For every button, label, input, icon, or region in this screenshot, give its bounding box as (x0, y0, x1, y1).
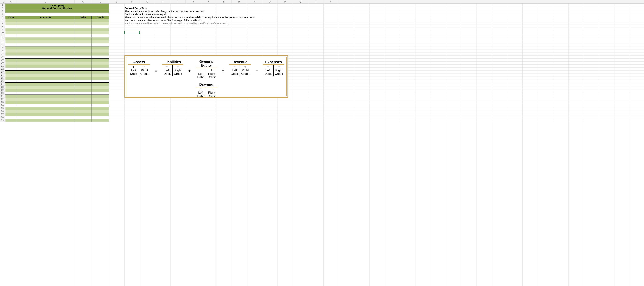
journal-cell[interactable] (17, 22, 74, 25)
journal-cell[interactable] (17, 92, 74, 94)
journal-cell[interactable] (74, 58, 92, 62)
journal-cell[interactable] (17, 98, 74, 101)
journal-row[interactable] (5, 104, 109, 107)
column-header[interactable]: A (5, 0, 17, 4)
journal-cell[interactable] (92, 119, 109, 122)
journal-row[interactable] (5, 68, 109, 71)
journal-cell[interactable] (74, 62, 92, 64)
journal-cell[interactable] (92, 98, 109, 101)
journal-cell[interactable] (92, 34, 109, 37)
journal-cell[interactable] (17, 50, 74, 52)
journal-cell[interactable] (5, 22, 17, 25)
journal-row[interactable] (5, 50, 109, 52)
column-header[interactable]: B (17, 0, 74, 4)
row-header[interactable]: 19 (0, 58, 5, 62)
row-header[interactable]: 37 (0, 113, 5, 116)
journal-cell[interactable] (92, 62, 109, 64)
row-header[interactable]: 15 (0, 46, 5, 49)
journal-cell[interactable] (5, 58, 17, 62)
journal-cell[interactable] (5, 64, 17, 68)
journal-cell[interactable] (5, 92, 17, 94)
journal-cell[interactable] (74, 44, 92, 46)
journal-cell[interactable] (17, 119, 74, 122)
journal-cell[interactable] (5, 113, 17, 116)
journal-cell[interactable] (17, 113, 74, 116)
journal-cell[interactable] (74, 107, 92, 110)
journal-cell[interactable] (5, 83, 17, 86)
journal-cell[interactable] (92, 46, 109, 50)
row-header[interactable]: 25 (0, 76, 5, 80)
journal-row[interactable] (5, 80, 109, 83)
journal-row[interactable] (5, 83, 109, 86)
journal-cell[interactable] (74, 28, 92, 31)
journal-row[interactable] (5, 86, 109, 89)
column-header[interactable]: M (232, 0, 247, 4)
row-header[interactable]: 31 (0, 95, 5, 98)
journal-cell[interactable] (5, 98, 17, 101)
journal-cell[interactable] (17, 80, 74, 82)
column-header[interactable]: P (278, 0, 293, 4)
journal-cell[interactable] (5, 74, 17, 77)
journal-cell[interactable] (17, 31, 74, 34)
row-header[interactable]: 36 (0, 110, 5, 113)
journal-cell[interactable] (74, 83, 92, 86)
journal-cell[interactable] (17, 104, 74, 106)
row-header[interactable]: 30 (0, 92, 5, 95)
journal-row[interactable] (5, 19, 109, 22)
journal-cell[interactable] (92, 86, 109, 89)
journal-cell[interactable] (17, 40, 74, 44)
row-header[interactable]: 11 (0, 34, 5, 37)
row-header[interactable]: 4 (0, 13, 5, 16)
row-header[interactable]: 5 (0, 16, 5, 19)
journal-cell[interactable] (17, 110, 74, 113)
journal-cell[interactable] (74, 37, 92, 40)
journal-cell[interactable] (17, 74, 74, 77)
journal-row[interactable] (5, 119, 109, 122)
journal-cell[interactable] (74, 86, 92, 89)
journal-cell[interactable] (92, 89, 109, 92)
journal-cell[interactable] (92, 40, 109, 44)
journal-cell[interactable] (92, 56, 109, 58)
column-header[interactable]: L (216, 0, 232, 4)
journal-cell[interactable] (92, 50, 109, 52)
cells-area[interactable]: A Company General Journal Entries Date A… (5, 4, 644, 286)
journal-row[interactable] (5, 22, 109, 25)
column-header[interactable]: G (140, 0, 155, 4)
journal-cell[interactable] (5, 56, 17, 58)
journal-cell[interactable] (74, 34, 92, 37)
journal-cell[interactable] (92, 80, 109, 82)
row-header[interactable]: 12 (0, 37, 5, 40)
row-header[interactable]: 38 (0, 116, 5, 119)
journal-cell[interactable] (92, 110, 109, 113)
row-header[interactable]: 24 (0, 74, 5, 76)
journal-cell[interactable] (5, 52, 17, 56)
journal-cell[interactable] (74, 77, 92, 80)
journal-cell[interactable] (92, 25, 109, 28)
journal-row[interactable] (5, 31, 109, 34)
journal-cell[interactable] (5, 46, 17, 50)
journal-cell[interactable] (92, 104, 109, 106)
journal-cell[interactable] (74, 89, 92, 92)
row-header[interactable]: 6 (0, 19, 5, 22)
row-header[interactable]: 26 (0, 80, 5, 82)
row-header[interactable]: 22 (0, 68, 5, 70)
journal-cell[interactable] (17, 101, 74, 104)
journal-cell[interactable] (17, 28, 74, 31)
journal-cell[interactable] (17, 52, 74, 56)
journal-row[interactable] (5, 98, 109, 101)
row-header[interactable]: 32 (0, 98, 5, 101)
journal-row[interactable] (5, 44, 109, 46)
journal-row[interactable] (5, 110, 109, 113)
journal-cell[interactable] (5, 19, 17, 22)
journal-row[interactable] (5, 74, 109, 77)
journal-row[interactable] (5, 89, 109, 92)
journal-cell[interactable] (5, 37, 17, 40)
journal-cell[interactable] (74, 71, 92, 74)
journal-row[interactable] (5, 92, 109, 95)
journal-row[interactable] (5, 34, 109, 37)
journal-row[interactable] (5, 40, 109, 44)
row-header[interactable]: 34 (0, 104, 5, 107)
journal-cell[interactable] (74, 74, 92, 77)
journal-cell[interactable] (92, 116, 109, 119)
journal-cell[interactable] (74, 110, 92, 113)
